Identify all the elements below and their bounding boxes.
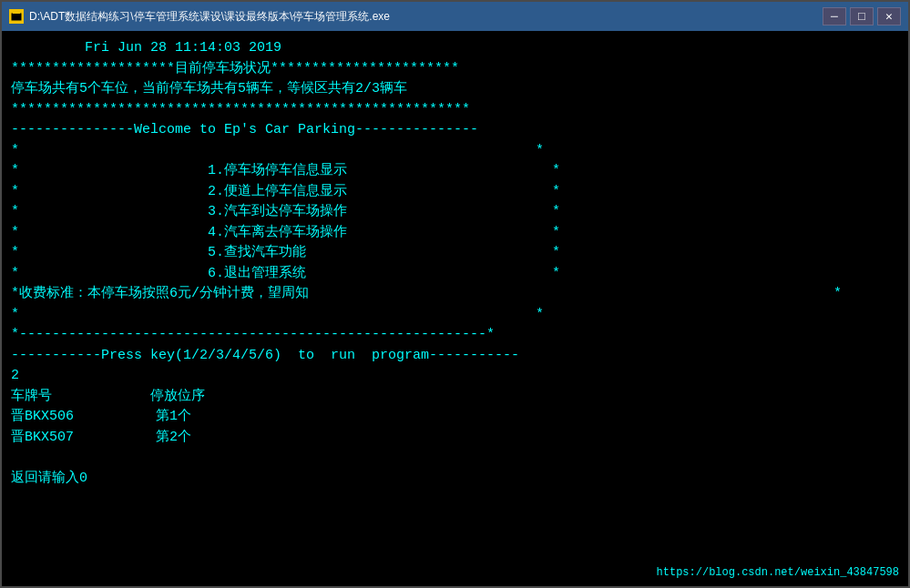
input-value[interactable]: 2 [11, 368, 19, 383]
menu-row3: * 2.便道上停车信息显示 * [11, 184, 560, 199]
car1-row: 晋BKX506 第1个 [11, 409, 191, 424]
app-icon [9, 9, 24, 24]
menu-row1: * * [11, 143, 544, 158]
window-controls: ─ □ ✕ [823, 7, 901, 25]
empty-star-row: * * [11, 307, 544, 322]
datetime-line: Fri Jun 28 11:14:03 2019 [11, 40, 281, 56]
menu-row7: * 6.退出管理系统 * [11, 266, 560, 281]
title-bar: D:\ADT数据结构练习\停车管理系统课设\课设最终版本\停车场管理系统.exe… [2, 2, 908, 31]
car2-row: 晋BKX507 第2个 [11, 430, 191, 445]
menu-row6: * 5.查找汽车功能 * [11, 245, 560, 260]
console-output: Fri Jun 28 11:14:03 2019 ***************… [2, 31, 908, 586]
divider1: ---------------Welcome to Ep's Car Parki… [11, 122, 478, 137]
menu-row2: * 1.停车场停车信息显示 * [11, 163, 560, 178]
close-button[interactable]: ✕ [877, 7, 901, 25]
title-bar-left: D:\ADT数据结构练习\停车管理系统课设\课设最终版本\停车场管理系统.exe [9, 9, 390, 25]
stars-line1: ********************目前停车场状况*************… [11, 61, 459, 76]
watermark: https://blog.csdn.net/weixin_43847598 [657, 566, 899, 579]
menu-row4: * 3.汽车到达停车场操作 * [11, 204, 560, 219]
stars-line3: *---------------------------------------… [11, 327, 495, 342]
divider2: -----------Press key(1/2/3/4/5/6) to run… [11, 348, 519, 363]
window-title: D:\ADT数据结构练习\停车管理系统课设\课设最终版本\停车场管理系统.exe [29, 9, 390, 25]
return-prompt: 返回请输入0 [11, 471, 87, 486]
svg-rect-0 [11, 13, 22, 21]
application-window: D:\ADT数据结构练习\停车管理系统课设\课设最终版本\停车场管理系统.exe… [0, 0, 910, 588]
menu-row5: * 4.汽车离去停车场操作 * [11, 225, 560, 240]
maximize-button[interactable]: □ [850, 7, 874, 25]
fee-notice: *收费标准：本停车场按照6元/分钟计费，望周知 * [11, 286, 842, 301]
minimize-button[interactable]: ─ [823, 7, 846, 25]
stars-line2: ****************************************… [11, 102, 470, 117]
svg-rect-1 [13, 11, 20, 14]
console-text: Fri Jun 28 11:14:03 2019 ***************… [11, 38, 899, 489]
status-line: 停车场共有5个车位，当前停车场共有5辆车，等候区共有2/3辆车 [11, 81, 407, 96]
table-header: 车牌号 停放位序 [11, 389, 205, 404]
empty-line [11, 450, 19, 465]
